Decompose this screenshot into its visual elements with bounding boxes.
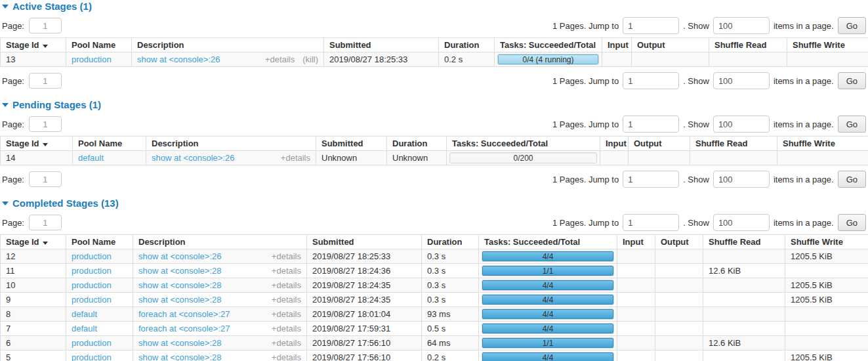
col-header-shuffle-write[interactable]: Shuffle Write — [787, 38, 868, 53]
details-toggle[interactable]: +details — [272, 324, 301, 333]
jump-to-input[interactable] — [623, 72, 679, 89]
col-header-stage-id[interactable]: Stage Id — [1, 38, 66, 53]
page-number-input[interactable] — [29, 215, 62, 230]
page-number-input[interactable] — [29, 171, 62, 187]
col-header-stage-id[interactable]: Stage Id — [1, 235, 66, 249]
page-number-input[interactable] — [29, 18, 62, 33]
stage-description-link[interactable]: show at <console>:26 — [138, 251, 264, 261]
jump-to-input[interactable] — [623, 214, 679, 231]
col-header-submitted[interactable]: Submitted — [316, 137, 387, 151]
pool-name-link[interactable]: production — [72, 280, 112, 290]
col-header-output[interactable]: Output — [655, 235, 703, 249]
col-header-shuffle-read[interactable]: Shuffle Read — [690, 137, 777, 151]
pool-name-link[interactable]: production — [72, 251, 112, 261]
col-header-output[interactable]: Output — [632, 38, 709, 53]
col-header-input[interactable]: Input — [600, 137, 629, 151]
stage-description-link[interactable]: show at <console>:26 — [137, 54, 257, 64]
jump-to-input[interactable] — [623, 17, 679, 34]
stage-row: 12productionshow at <console>:26+details… — [1, 249, 868, 264]
col-header-submitted[interactable]: Submitted — [307, 235, 422, 249]
shuffle-read-cell: 12.6 KiB — [703, 264, 785, 278]
go-button[interactable]: Go — [838, 171, 866, 188]
col-header-duration[interactable]: Duration — [422, 235, 479, 249]
col-header-label: Description — [138, 237, 186, 247]
col-header-duration[interactable]: Duration — [439, 38, 495, 53]
section-header-pending-stages[interactable]: Pending Stages (1) — [2, 100, 868, 110]
col-header-input[interactable]: Input — [617, 235, 655, 249]
go-button[interactable]: Go — [838, 72, 866, 89]
go-button[interactable]: Go — [838, 17, 866, 34]
stage-description-link[interactable]: show at <console>:28 — [138, 352, 264, 361]
col-header-pool-name[interactable]: Pool Name — [73, 137, 146, 151]
details-toggle[interactable]: +details — [272, 309, 301, 319]
stage-description-link[interactable]: show at <console>:28 — [138, 295, 264, 305]
stage-description-link[interactable]: show at <console>:28 — [138, 280, 264, 290]
description-content: show at <console>:28+details — [138, 338, 301, 348]
stage-description-link[interactable]: foreach at <console>:27 — [138, 324, 264, 333]
details-toggle[interactable]: +details — [272, 266, 301, 276]
show-items-input[interactable] — [713, 171, 770, 188]
pool-name-cell: default — [66, 307, 133, 322]
details-toggle[interactable]: +details — [272, 251, 301, 261]
col-header-shuffle-read[interactable]: Shuffle Read — [709, 38, 787, 53]
col-header-description[interactable]: Description — [133, 235, 307, 249]
col-header-tasks-succeeded-total[interactable]: Tasks: Succeeded/Total — [495, 38, 602, 53]
col-header-label: Shuffle Read — [695, 138, 747, 148]
stage-description-link[interactable]: show at <console>:28 — [138, 338, 264, 348]
col-header-tasks-succeeded-total[interactable]: Tasks: Succeeded/Total — [479, 235, 617, 249]
jump-to-input[interactable] — [623, 171, 679, 188]
stage-description-link[interactable]: show at <console>:28 — [138, 266, 264, 276]
go-button[interactable]: Go — [838, 214, 866, 231]
page-selector: Page: — [2, 73, 62, 89]
show-items-input[interactable] — [713, 214, 770, 231]
show-items-input[interactable] — [713, 116, 770, 133]
details-toggle[interactable]: +details — [272, 338, 301, 348]
pool-name-link[interactable]: default — [72, 309, 97, 319]
pool-name-link[interactable]: production — [72, 54, 112, 64]
col-header-shuffle-write[interactable]: Shuffle Write — [785, 235, 868, 249]
details-toggle[interactable]: +details — [272, 352, 301, 361]
col-header-duration[interactable]: Duration — [387, 137, 447, 151]
col-header-output[interactable]: Output — [629, 137, 690, 151]
show-items-input[interactable] — [713, 72, 770, 89]
details-toggle[interactable]: +details — [281, 153, 310, 163]
stage-description-link[interactable]: show at <console>:26 — [152, 153, 273, 163]
items-label: items in a page. — [774, 119, 834, 129]
section-header-active-stages[interactable]: Active Stages (1) — [2, 1, 868, 12]
col-header-label: Stage Id — [6, 237, 39, 247]
shuffle-write-cell: 1205.5 KiB — [785, 293, 868, 307]
col-header-description[interactable]: Description — [146, 137, 316, 151]
page-number-input[interactable] — [29, 116, 62, 132]
col-header-pool-name[interactable]: Pool Name — [66, 38, 132, 53]
pool-name-link[interactable]: default — [72, 324, 97, 333]
pool-name-link[interactable]: production — [72, 352, 112, 361]
stage-description-link[interactable]: foreach at <console>:27 — [138, 309, 264, 319]
col-header-label: Pool Name — [72, 237, 115, 247]
col-header-pool-name[interactable]: Pool Name — [66, 235, 133, 249]
details-toggle[interactable]: +details — [272, 295, 301, 305]
col-header-description[interactable]: Description — [132, 38, 324, 53]
page-number-input[interactable] — [29, 73, 62, 89]
col-header-stage-id[interactable]: Stage Id — [1, 137, 73, 151]
pool-name-link[interactable]: production — [72, 295, 112, 305]
active-stages-section: Active Stages (1) Page: 1 Pages. Jump to… — [0, 1, 868, 89]
col-header-input[interactable]: Input — [602, 38, 632, 53]
pool-name-link[interactable]: production — [72, 338, 112, 348]
section-header-completed-stages[interactable]: Completed Stages (13) — [2, 198, 868, 209]
show-items-input[interactable] — [713, 17, 770, 34]
col-header-shuffle-read[interactable]: Shuffle Read — [703, 235, 785, 249]
jump-to-input[interactable] — [623, 116, 679, 133]
details-toggle[interactable]: +details — [265, 54, 295, 64]
col-header-shuffle-write[interactable]: Shuffle Write — [777, 137, 868, 151]
col-header-tasks-succeeded-total[interactable]: Tasks: Succeeded/Total — [447, 137, 600, 151]
col-header-submitted[interactable]: Submitted — [324, 38, 439, 53]
kill-link[interactable]: (kill) — [302, 54, 318, 64]
duration-cell: 0.2 s — [422, 350, 479, 361]
pool-name-link[interactable]: production — [72, 266, 112, 276]
pending-stages-section: Pending Stages (1) Page: 1 Pages. Jump t… — [0, 100, 868, 188]
details-toggle[interactable]: +details — [272, 280, 301, 290]
pool-name-link[interactable]: default — [78, 153, 104, 163]
description-content: show at <console>:26+details — [152, 153, 310, 163]
stage-row: 9productionshow at <console>:28+details2… — [1, 293, 868, 307]
go-button[interactable]: Go — [838, 116, 866, 133]
